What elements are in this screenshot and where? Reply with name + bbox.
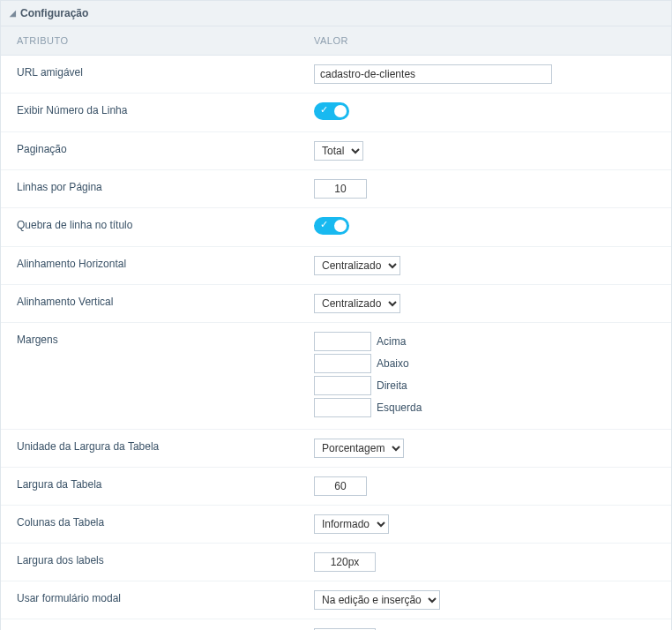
select-v-align[interactable]: Centralizado	[314, 294, 400, 313]
label-labels-width: Largura dos labels	[10, 552, 314, 566]
input-margin-left[interactable]	[314, 398, 371, 417]
row-title-line-break: Quebra de linha no título ✓	[1, 208, 671, 247]
select-table-columns[interactable]: Informado	[314, 514, 389, 534]
label-v-align: Alinhamento Vertical	[10, 294, 314, 308]
input-margin-right[interactable]	[314, 376, 371, 395]
label-use-modal: Usar formulário modal	[10, 590, 314, 604]
config-panel: ◢ Configuração ATRIBUTO VALOR URL amigáv…	[0, 0, 672, 630]
column-val-header: VALOR	[314, 35, 662, 46]
text-margin-bottom: Abaixo	[377, 357, 409, 370]
toggle-knob	[334, 220, 347, 232]
input-table-width[interactable]	[314, 476, 367, 496]
row-use-modal: Usar formulário modal Na edição e inserç…	[1, 581, 671, 619]
text-margin-left: Esquerda	[377, 401, 422, 414]
label-table-width: Largura da Tabela	[10, 476, 314, 491]
label-table-width-unit: Unidade da Largura da Tabela	[10, 439, 314, 453]
row-labels-width: Largura dos labels	[1, 544, 671, 581]
row-margins: Margens Acima Abaixo Direita Esquerda	[1, 323, 671, 430]
row-lines-per-page: Linhas por Página	[1, 170, 671, 208]
input-margin-bottom[interactable]	[314, 354, 371, 373]
toggle-show-line-number[interactable]: ✓	[314, 102, 349, 120]
row-modal-width: Largura Modal	[1, 619, 671, 630]
collapse-icon: ◢	[10, 9, 16, 18]
check-icon: ✓	[320, 219, 328, 230]
label-show-line-number: Exibir Número da Linha	[10, 102, 314, 116]
label-pagination: Paginação	[10, 141, 314, 155]
toggle-knob	[334, 105, 347, 117]
input-labels-width[interactable]	[314, 552, 376, 572]
panel-title: Configuração	[20, 7, 88, 19]
label-lines-per-page: Linhas por Página	[10, 179, 314, 193]
select-h-align[interactable]: Centralizado	[314, 256, 400, 275]
select-table-width-unit[interactable]: Porcentagem	[314, 439, 404, 458]
input-margin-top[interactable]	[314, 332, 371, 351]
select-pagination[interactable]: Total	[314, 141, 363, 161]
check-icon: ✓	[320, 104, 328, 116]
row-v-align: Alinhamento Vertical Centralizado	[1, 285, 671, 323]
label-title-line-break: Quebra de linha no título	[10, 217, 314, 231]
row-table-width-unit: Unidade da Largura da Tabela Porcentagem	[1, 430, 671, 468]
row-h-align: Alinhamento Horizontal Centralizado	[1, 247, 671, 285]
input-lines-per-page[interactable]	[314, 179, 367, 199]
row-url-friendly: URL amigável	[1, 56, 671, 94]
row-table-width: Largura da Tabela	[1, 468, 671, 506]
label-h-align: Alinhamento Horizontal	[10, 256, 314, 270]
column-attr-header: ATRIBUTO	[10, 35, 314, 46]
row-table-columns: Colunas da Tabela Informado	[1, 506, 671, 544]
row-show-line-number: Exibir Número da Linha ✓	[1, 94, 671, 132]
select-use-modal[interactable]: Na edição e inserção	[314, 590, 440, 610]
label-url-friendly: URL amigável	[10, 64, 314, 79]
input-url-friendly[interactable]	[314, 64, 552, 84]
text-margin-top: Acima	[377, 335, 406, 348]
toggle-title-line-break[interactable]: ✓	[314, 217, 349, 235]
text-margin-right: Direita	[377, 379, 407, 392]
label-margins: Margens	[10, 332, 314, 346]
column-headers: ATRIBUTO VALOR	[1, 26, 671, 56]
row-pagination: Paginação Total	[1, 132, 671, 170]
panel-header[interactable]: ◢ Configuração	[1, 1, 671, 26]
label-table-columns: Colunas da Tabela	[10, 514, 314, 529]
